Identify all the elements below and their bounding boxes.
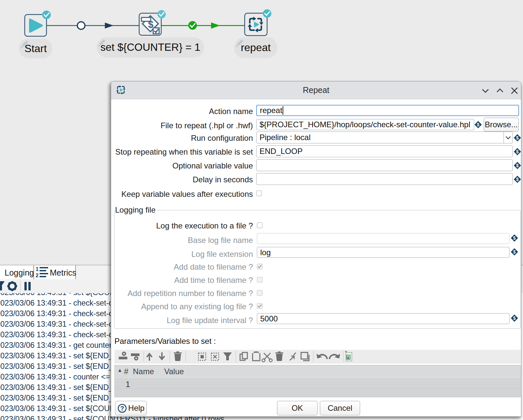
svg-text:x: x bbox=[347, 355, 350, 360]
svg-text:$: $ bbox=[513, 235, 516, 241]
svg-text:1: 1 bbox=[36, 266, 39, 272]
svg-text:$: $ bbox=[516, 149, 519, 154]
svg-text:2: 2 bbox=[36, 273, 39, 278]
svg-text:$: $ bbox=[513, 249, 516, 255]
svg-text:$: $ bbox=[477, 122, 479, 127]
svg-text:$: $ bbox=[516, 163, 519, 168]
svg-text:$: $ bbox=[516, 135, 519, 140]
svg-text:?: ? bbox=[120, 405, 124, 412]
svg-text:$: $ bbox=[516, 177, 519, 182]
svg-text:$: $ bbox=[513, 315, 516, 321]
